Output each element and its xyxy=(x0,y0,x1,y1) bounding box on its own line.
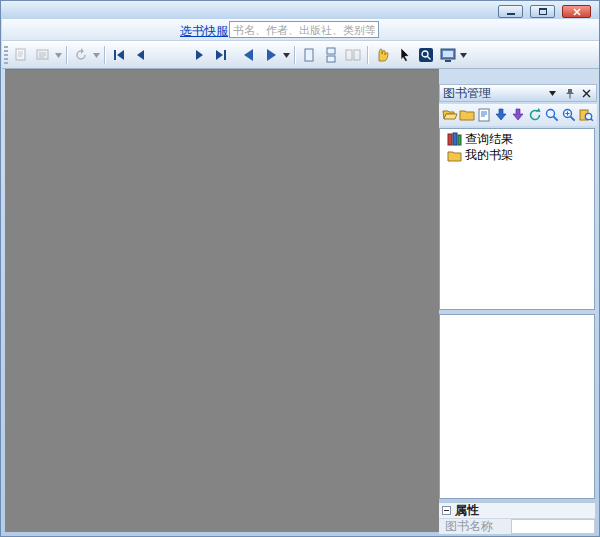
single-page-view-button[interactable] xyxy=(299,45,319,65)
search-book-icon xyxy=(578,107,594,123)
back-button[interactable] xyxy=(239,45,259,65)
continuous-view-icon xyxy=(323,47,339,63)
next-page-button[interactable] xyxy=(189,45,209,65)
bookstore-link[interactable]: 选书快服 xyxy=(180,23,228,40)
facing-view-icon xyxy=(345,47,361,63)
toolbar-separator xyxy=(367,46,368,64)
new-folder-button[interactable] xyxy=(458,106,475,124)
refresh-button[interactable] xyxy=(526,106,543,124)
first-page-icon xyxy=(111,47,127,63)
search-plus-icon xyxy=(561,107,577,123)
panel-close-button[interactable] xyxy=(580,87,593,100)
forward-button[interactable] xyxy=(261,45,281,65)
print-icon xyxy=(13,47,29,63)
text-select-button[interactable] xyxy=(33,45,53,65)
properties-title: 属性 xyxy=(455,502,479,519)
open-file-icon xyxy=(442,107,458,123)
window-controls xyxy=(498,5,591,18)
document-area xyxy=(5,69,439,532)
tree-item-bookshelf[interactable]: 我的书架 xyxy=(440,147,594,163)
last-page-button[interactable] xyxy=(211,45,231,65)
search-plus-button[interactable] xyxy=(560,106,577,124)
next-page-icon xyxy=(191,47,207,63)
rotate-button[interactable] xyxy=(71,45,91,65)
properties-row: 图书名称 xyxy=(439,518,595,534)
title-bar[interactable] xyxy=(1,1,599,19)
refresh-icon xyxy=(527,107,543,123)
minimize-button[interactable] xyxy=(498,5,523,18)
property-value-field[interactable] xyxy=(511,519,595,534)
maximize-button[interactable] xyxy=(530,5,555,18)
text-select-dropdown[interactable] xyxy=(54,45,63,65)
chevron-down-icon xyxy=(55,53,62,58)
toolbar-separator xyxy=(66,46,67,64)
prev-page-icon xyxy=(133,47,149,63)
snapshot-dropdown[interactable] xyxy=(459,45,468,65)
back-icon xyxy=(241,47,257,63)
main-toolbar xyxy=(2,41,600,69)
search-book-button[interactable] xyxy=(577,106,594,124)
zoom-tool-icon xyxy=(418,47,434,63)
open-file-button[interactable] xyxy=(441,106,458,124)
select-tool-button[interactable] xyxy=(394,45,414,65)
folder-icon xyxy=(447,149,462,162)
hand-tool-icon xyxy=(374,47,390,63)
panel-header: 图书管理 xyxy=(439,84,597,102)
last-page-icon xyxy=(213,47,229,63)
panel-toolbar xyxy=(439,104,597,126)
history-dropdown[interactable] xyxy=(282,45,291,65)
book-info-button[interactable] xyxy=(475,106,492,124)
snapshot-tool-button[interactable] xyxy=(438,45,458,65)
toolbar-separator xyxy=(294,46,295,64)
rotate-icon xyxy=(73,47,89,63)
new-folder-icon xyxy=(459,107,475,123)
properties-header: 属性 xyxy=(439,502,595,518)
toolbar-separator xyxy=(104,46,105,64)
maximize-icon xyxy=(539,8,547,15)
print-button[interactable] xyxy=(11,45,31,65)
import-button[interactable] xyxy=(492,106,509,124)
book-list-panel[interactable] xyxy=(439,314,595,499)
chevron-down-icon xyxy=(460,53,467,58)
book-search-input[interactable] xyxy=(229,21,379,38)
download-button[interactable] xyxy=(509,106,526,124)
continuous-view-button[interactable] xyxy=(321,45,341,65)
close-button[interactable] xyxy=(562,5,591,18)
close-icon xyxy=(582,89,591,98)
collapse-icon[interactable] xyxy=(442,506,451,515)
panel-menu-button[interactable] xyxy=(546,87,559,100)
chevron-down-icon xyxy=(283,53,290,58)
search-icon xyxy=(544,107,560,123)
tree-item-search-results[interactable]: 查询结果 xyxy=(440,131,594,147)
rotate-dropdown[interactable] xyxy=(92,45,101,65)
quick-search-bar: 选书快服 xyxy=(2,19,600,41)
single-page-view-icon xyxy=(301,47,317,63)
book-management-panel: 图书管理 xyxy=(439,71,597,532)
book-info-icon xyxy=(476,107,492,123)
property-label: 图书名称 xyxy=(439,519,511,534)
chevron-down-icon xyxy=(549,91,556,96)
search-button[interactable] xyxy=(543,106,560,124)
download-icon xyxy=(510,107,526,123)
facing-view-button[interactable] xyxy=(343,45,363,65)
text-select-icon xyxy=(35,47,51,63)
import-icon xyxy=(493,107,509,123)
chevron-down-icon xyxy=(93,53,100,58)
books-icon xyxy=(447,132,462,146)
zoom-tool-button[interactable] xyxy=(416,45,436,65)
library-tree: 查询结果 我的书架 xyxy=(439,128,595,310)
prev-page-button[interactable] xyxy=(131,45,151,65)
tree-item-label: 我的书架 xyxy=(465,147,513,164)
first-page-button[interactable] xyxy=(109,45,129,65)
panel-pin-button[interactable] xyxy=(563,87,576,100)
toolbar-grip[interactable] xyxy=(4,46,8,64)
minimize-icon xyxy=(507,13,515,15)
application-window: 选书快服 xyxy=(0,0,600,537)
forward-icon xyxy=(263,47,279,63)
select-tool-icon xyxy=(396,47,412,63)
hand-tool-button[interactable] xyxy=(372,45,392,65)
close-icon xyxy=(572,7,582,17)
pin-icon xyxy=(565,88,575,99)
snapshot-tool-icon xyxy=(440,47,456,63)
tree-item-label: 查询结果 xyxy=(465,131,513,148)
